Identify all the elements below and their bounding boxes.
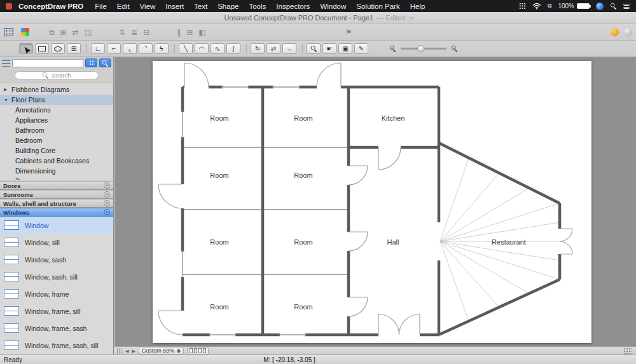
dimension-tool-button[interactable]: ↔ xyxy=(282,43,296,54)
gray-ball-icon[interactable] xyxy=(624,28,632,36)
shape-item-window-frame[interactable]: Window, frame xyxy=(0,285,113,302)
displays-icon[interactable]: ⧉ xyxy=(548,3,551,10)
drawing-canvas[interactable]: Room Room Room Room Room Room Room Room … xyxy=(114,57,636,346)
connector-tool-button-3[interactable]: ⌞ xyxy=(123,43,137,54)
menu-view[interactable]: View xyxy=(135,3,161,10)
resize-grip-icon[interactable] xyxy=(623,347,632,354)
section-walls-shell-structure[interactable]: Walls, shell and structure × xyxy=(0,199,113,208)
floorplan-label-restaurant[interactable]: Restaurant xyxy=(492,238,526,246)
battery-status[interactable]: 100% xyxy=(558,3,590,10)
tree-item-building-core[interactable]: Building Core xyxy=(0,145,113,156)
shape-item-window-frame-sash-sill[interactable]: Window, frame, sash, sill xyxy=(0,337,113,354)
floorplan-label-room[interactable]: Room xyxy=(210,114,228,122)
close-icon[interactable]: × xyxy=(104,191,110,198)
section-doors[interactable]: Doors × xyxy=(0,181,113,190)
shape-item-window-sash[interactable]: Window, sash xyxy=(0,251,113,268)
shape-item-window-frame-sash[interactable]: Window, frame, sash xyxy=(0,320,113,337)
eyedropper-tool-button[interactable]: ✎ xyxy=(354,43,368,54)
wifi-icon[interactable] xyxy=(532,3,541,10)
spline-tool-button[interactable]: ∿ xyxy=(211,43,225,54)
control-center-icon[interactable] xyxy=(623,4,630,9)
tree-item-bedroom[interactable]: Bedroom xyxy=(0,135,113,145)
menu-file[interactable]: File xyxy=(90,3,112,10)
frame-tool-button[interactable]: ⊞ xyxy=(67,43,81,54)
select-tool-button[interactable] xyxy=(19,43,33,54)
floorplan-svg[interactable]: Room Room Room Room Room Room Room Room … xyxy=(153,61,591,343)
floorplan-label-room[interactable]: Room xyxy=(210,303,228,311)
menu-inspectors[interactable]: Inspectors xyxy=(271,3,315,10)
floorplan-label-room[interactable]: Room xyxy=(294,303,312,311)
shape-item-window[interactable]: Window xyxy=(0,217,113,234)
tree-item-annotations[interactable]: Annotations xyxy=(0,105,113,115)
tree-item-appliances[interactable]: Appliances xyxy=(0,115,113,125)
section-sunrooms[interactable]: Sunrooms × xyxy=(0,190,113,199)
menu-help[interactable]: Help xyxy=(405,3,431,10)
page-prev-button[interactable]: ◀ xyxy=(125,349,128,353)
grid-icon[interactable]: ⊞ xyxy=(186,29,193,36)
connector-tool-button-2[interactable]: ⌐ xyxy=(107,43,121,54)
page-next-button[interactable]: ▶ xyxy=(132,349,135,353)
floorplan-label-room[interactable]: Room xyxy=(294,238,312,246)
solutions-icon[interactable] xyxy=(21,28,29,36)
duplicate-icon[interactable]: ⧉ xyxy=(49,29,55,36)
zoom-tool-button[interactable] xyxy=(307,43,321,54)
shape-item-window-sill[interactable]: Window, sill xyxy=(0,234,113,251)
rectangle-tool-button[interactable] xyxy=(35,43,49,54)
menu-text[interactable]: Text xyxy=(189,3,212,10)
tree-item-doors[interactable]: Doors xyxy=(0,176,113,180)
floorplan-label-room[interactable]: Room xyxy=(210,238,228,246)
floorplan-label-room[interactable]: Room xyxy=(294,114,312,122)
connector-tool-button-1[interactable]: ∟ xyxy=(91,43,105,54)
list-icon[interactable]: ≣ xyxy=(131,29,137,36)
siri-icon[interactable] xyxy=(596,3,604,10)
zoom-slider-knob[interactable] xyxy=(417,45,424,52)
add-shape-icon[interactable]: ⊞ xyxy=(60,29,67,36)
page-tab-icon[interactable] xyxy=(203,348,206,353)
tree-item-fishbone-diagrams[interactable]: ▶ Fishbone Diagrams xyxy=(0,84,113,95)
swap-icon[interactable]: ⇄ xyxy=(73,29,79,36)
title-bar[interactable]: Unsaved ConceptDraw PRO Document - Page1… xyxy=(0,12,636,24)
flag-icon[interactable]: ⚑ xyxy=(345,29,352,36)
smart-connector-tool-button[interactable]: ϟ xyxy=(155,43,169,54)
color-ball-icon[interactable] xyxy=(611,28,619,36)
flip-tool-button[interactable]: ⇄ xyxy=(266,43,280,54)
stamp-tool-button[interactable]: ▣ xyxy=(338,43,352,54)
tree-item-bathroom[interactable]: Bathroom xyxy=(0,125,113,135)
tree-item-cabinets-and-bookcases[interactable]: Cabinets and Bookcases xyxy=(0,156,113,166)
disclosure-expanded-icon[interactable]: ▼ xyxy=(4,98,11,102)
rotate-tool-button[interactable]: ↻ xyxy=(251,43,265,54)
floorplan-label-hall[interactable]: Hall xyxy=(387,238,399,246)
shape-item-window-sash-sill[interactable]: Window, sash, sill xyxy=(0,268,113,285)
app-menu[interactable]: ConceptDraw PRO xyxy=(18,3,83,10)
input-source-icon[interactable] xyxy=(519,3,526,10)
layers-icon[interactable]: ◫ xyxy=(85,29,92,36)
menu-window[interactable]: Window xyxy=(315,3,351,10)
menu-shape[interactable]: Shape xyxy=(212,3,244,10)
floorplan-label-room[interactable]: Room xyxy=(210,172,228,179)
shade-icon[interactable]: ◧ xyxy=(198,29,205,36)
close-icon[interactable]: × xyxy=(104,200,110,206)
apple-menu-icon[interactable] xyxy=(6,3,12,10)
page-tabs[interactable] xyxy=(187,347,209,354)
page-tab-icon[interactable] xyxy=(194,348,197,353)
sort-icon[interactable]: ⇅ xyxy=(119,29,125,36)
close-icon[interactable]: × xyxy=(104,182,110,189)
menu-solution-park[interactable]: Solution Park xyxy=(351,3,404,10)
remove-icon[interactable]: ⊟ xyxy=(143,29,149,36)
line-tool-button[interactable]: ╲ xyxy=(179,43,193,54)
floorplan-label-room[interactable]: Room xyxy=(294,172,312,179)
pan-tool-button[interactable]: ☛ xyxy=(322,43,336,54)
zoom-slider[interactable] xyxy=(401,48,446,50)
search-toggle-button[interactable] xyxy=(99,58,111,67)
bezier-tool-button[interactable]: ∫ xyxy=(226,43,240,54)
floorplan-label-kitchen[interactable]: Kitchen xyxy=(382,114,405,122)
page-tab-icon[interactable] xyxy=(190,348,193,353)
connector-tool-button-4[interactable]: ⌝ xyxy=(139,43,153,54)
filter-input[interactable] xyxy=(12,59,83,67)
zoom-level-select[interactable]: Custom 59% xyxy=(139,347,184,354)
page-tab-icon[interactable] xyxy=(198,348,202,353)
align-icon[interactable]: ∥ xyxy=(177,29,181,36)
zoom-in-icon[interactable]: + xyxy=(452,46,457,51)
title-chevron-icon[interactable] xyxy=(409,15,413,19)
shape-item-window-frame-sill[interactable]: Window, frame, sill xyxy=(0,302,113,320)
